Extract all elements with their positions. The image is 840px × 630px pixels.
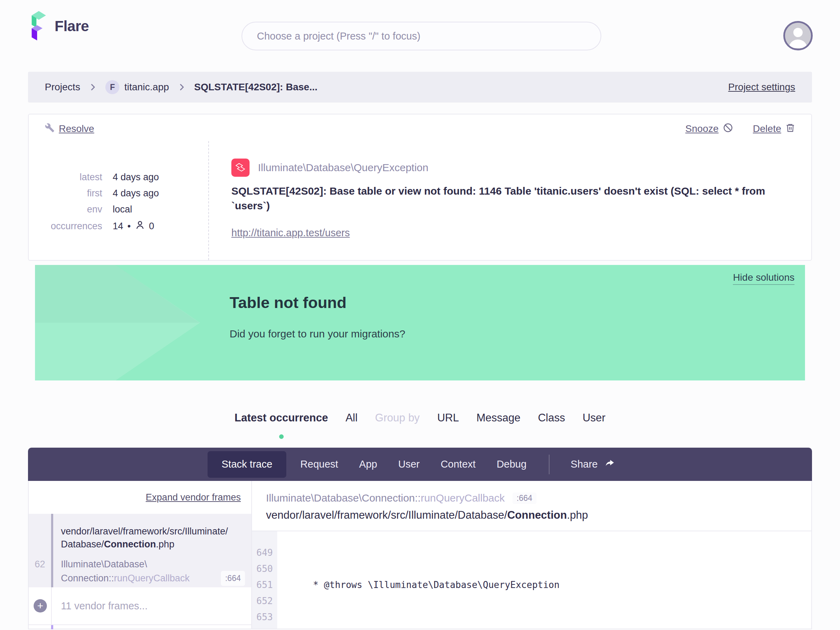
line-number-badge: :664: [221, 571, 245, 586]
meta-row-occurrences: occurrences 14 • 0: [29, 220, 208, 232]
meta-label: occurrences: [29, 221, 102, 232]
code-pane: Illuminate\Database\Connection::runQuery…: [252, 481, 811, 628]
delete-button[interactable]: Delete: [753, 123, 795, 135]
error-card-body: latest 4 days ago first 4 days ago env l…: [29, 141, 811, 260]
breadcrumb-projects-link[interactable]: Projects: [45, 82, 80, 93]
frame-index: 62: [29, 559, 51, 570]
line-number-gutter: 649 650 651 652 653: [252, 531, 277, 628]
expand-vendor-frames-link[interactable]: Expand vendor frames: [145, 492, 241, 503]
line-number: 649: [252, 545, 277, 561]
exception-class: Illuminate\Database\QueryException: [258, 162, 428, 174]
line-number: 651: [252, 577, 277, 593]
code-header-method: Illuminate\Database\Connection::runQuery…: [266, 492, 797, 504]
frame-method-line1: Illuminate\Database\: [61, 558, 245, 571]
trash-icon: [785, 123, 795, 135]
meta-value: 4 days ago: [113, 172, 159, 183]
app-frame-accent-stripe: [51, 625, 53, 629]
vendor-frames-toggle[interactable]: + 11 vendor frames...: [29, 587, 251, 624]
vendor-frames-label: 11 vendor frames...: [61, 600, 148, 612]
code-header-class-method: Illuminate\Database\Connection::runQuery…: [266, 492, 505, 504]
frames-gutter-divider: [51, 587, 52, 624]
app-header: Flare: [0, 0, 840, 52]
frame-file-line1: vendor/laravel/framework/src/Illuminate/: [61, 525, 245, 538]
tab-detail-user[interactable]: User: [388, 448, 430, 481]
line-number-badge: :664: [512, 493, 537, 504]
code-viewer: 649 650 651 652 653 * @throws \Illuminat…: [252, 531, 811, 628]
frame-content: vendor/laravel/framework/src/Illuminate/…: [61, 514, 251, 586]
wrench-icon: [45, 123, 55, 135]
code-lines: * @throws \Illuminate\Database\QueryExce…: [277, 531, 811, 628]
error-message: SQLSTATE[42S02]: Base table or view not …: [231, 184, 790, 213]
tab-class[interactable]: Class: [538, 412, 565, 424]
code-line: * @throws \Illuminate\Database\QueryExce…: [286, 577, 811, 593]
frame-method: Illuminate\Database\ Connection::runQuer…: [61, 558, 245, 586]
resolve-label: Resolve: [59, 123, 94, 134]
avatar-silhouette-icon: [785, 23, 811, 49]
plus-circle-icon[interactable]: +: [33, 599, 47, 613]
project-search-input[interactable]: [242, 22, 601, 51]
error-url-link[interactable]: http://titanic.app.test/users: [231, 227, 350, 239]
stack-trace-panel: Expand vendor frames 62 vendor/laravel/f…: [28, 481, 812, 629]
snooze-label: Snooze: [685, 123, 718, 134]
user-avatar[interactable]: [783, 21, 813, 51]
detail-nav: Stack trace Request App User Context Deb…: [28, 448, 812, 481]
error-meta: latest 4 days ago first 4 days ago env l…: [29, 141, 208, 260]
project-name: titanic.app: [124, 82, 169, 93]
code-header: Illuminate\Database\Connection::runQuery…: [252, 481, 811, 531]
breadcrumb: Projects F titanic.app SQLSTATE[42S02]: …: [28, 72, 812, 103]
exception-header: Illuminate\Database\QueryException: [231, 159, 790, 177]
line-number: 650: [252, 561, 277, 577]
tab-context[interactable]: Context: [430, 448, 486, 481]
meta-value: 4 days ago: [113, 188, 159, 199]
bullet-separator: •: [127, 221, 131, 232]
code-line: */: [286, 625, 811, 628]
tab-debug[interactable]: Debug: [486, 448, 537, 481]
solution-description: Did you forget to run your migrations?: [35, 312, 805, 340]
line-number: 652: [252, 593, 277, 609]
delete-label: Delete: [753, 123, 781, 134]
tab-label: Latest occurrence: [235, 412, 328, 424]
flare-logo-icon: [27, 10, 47, 43]
tab-message[interactable]: Message: [476, 412, 521, 424]
meta-row-first: first 4 days ago: [29, 188, 208, 199]
snooze-button[interactable]: Snooze: [685, 123, 733, 136]
brand-link[interactable]: Flare: [27, 10, 89, 43]
tab-request[interactable]: Request: [290, 448, 349, 481]
chevron-right-icon: [88, 83, 97, 92]
frame-method-name: Connection::runQueryCallback: [61, 572, 190, 585]
meta-label: first: [29, 188, 102, 199]
project-settings-link[interactable]: Project settings: [728, 82, 795, 93]
tab-latest-occurrence[interactable]: Latest occurrence: [235, 412, 328, 424]
breadcrumb-current-error: SQLSTATE[42S02]: Base...: [194, 82, 317, 93]
tab-all[interactable]: All: [346, 412, 357, 424]
tab-user[interactable]: User: [583, 412, 605, 424]
resolve-button[interactable]: Resolve: [45, 123, 94, 135]
occurrence-count: 14: [113, 221, 123, 232]
ban-icon: [723, 123, 733, 136]
tab-stack-trace[interactable]: Stack trace: [208, 451, 286, 478]
share-button[interactable]: Share: [561, 448, 624, 481]
frames-header: Expand vendor frames: [29, 481, 251, 514]
meta-row-env: env local: [29, 204, 208, 215]
frame-item-selected[interactable]: 62 vendor/laravel/framework/src/Illumina…: [29, 514, 251, 587]
project-badge: F: [105, 80, 119, 94]
user-icon: [135, 220, 145, 232]
tab-url[interactable]: URL: [437, 412, 459, 424]
occurrence-detail-card: Stack trace Request App User Context Deb…: [28, 448, 812, 629]
tab-app[interactable]: App: [349, 448, 388, 481]
affected-users-count: 0: [149, 221, 154, 232]
line-number: 653: [252, 609, 277, 625]
meta-row-latest: latest 4 days ago: [29, 172, 208, 183]
solution-title: Table not found: [35, 265, 805, 312]
frame-method-line2: Connection::runQueryCallback :664: [61, 571, 245, 586]
code-header-file: vendor/laravel/framework/src/Illuminate/…: [266, 509, 797, 521]
chevron-right-icon: [177, 83, 186, 92]
frame-file-path: vendor/laravel/framework/src/Illuminate/…: [61, 525, 245, 551]
meta-value: 14 • 0: [113, 220, 154, 232]
breadcrumb-project-link[interactable]: F titanic.app: [105, 80, 169, 94]
occurrence-tabs: Latest occurrence All Group by URL Messa…: [0, 402, 840, 434]
error-card: Resolve Snooze Delete latest 4 days ago …: [28, 114, 812, 261]
frames-list: Expand vendor frames 62 vendor/laravel/f…: [29, 481, 252, 628]
exception-details: Illuminate\Database\QueryException SQLST…: [208, 141, 811, 260]
brand-name: Flare: [55, 18, 89, 35]
